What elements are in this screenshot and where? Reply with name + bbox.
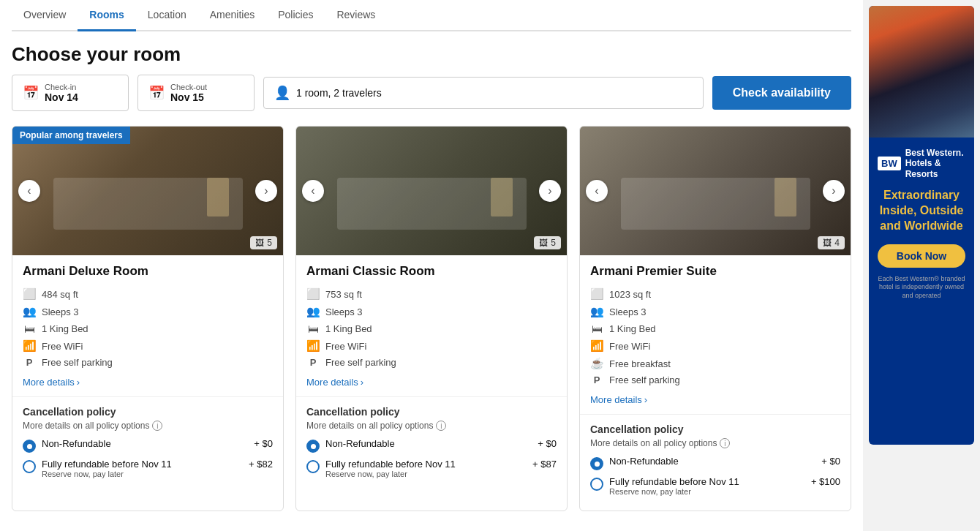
sq-ft-2: ⬜ 753 sq ft: [306, 287, 557, 301]
room-card-suite: ‹ › 🖼 4 Armani Premier Suite ⬜ 1023 sq f…: [579, 126, 851, 511]
ad-box: BW Best Western. Hotels & Resorts Extrao…: [869, 6, 974, 445]
image-prev-button-1[interactable]: ‹: [18, 180, 40, 202]
parking-icon-3: P: [590, 374, 603, 385]
parking-icon-1: P: [23, 357, 36, 368]
radio-nonrefundable-1[interactable]: [23, 440, 36, 453]
policy-option-3-1: Fully refundable before Nov 11 + $100 Re…: [590, 476, 840, 496]
sq-ft-1: ⬜ 484 sq ft: [23, 287, 273, 301]
tab-reviews[interactable]: Reviews: [325, 0, 387, 30]
sleeps-1: 👥 Sleeps 3: [23, 305, 273, 318]
radio-nonrefundable-2[interactable]: [306, 440, 320, 453]
checkin-value: Nov 14: [45, 91, 78, 103]
room-name-1: Armani Deluxe Room: [23, 264, 273, 279]
checkin-field[interactable]: 📅 Check-in Nov 14: [12, 75, 129, 111]
ad-headline: Extraordinary Inside, Outside and Worldw…: [878, 188, 965, 233]
radio-nonrefundable-3[interactable]: [590, 457, 603, 470]
policy-option-2-1: Fully refundable before Nov 11 + $87 Res…: [306, 459, 557, 478]
breakfast-3: ☕ Free breakfast: [590, 357, 840, 370]
ad-disclaimer: Each Best Western® branded hotel is inde…: [878, 275, 965, 301]
cancellation-title-2: Cancellation policy: [306, 406, 557, 418]
cancellation-title-3: Cancellation policy: [590, 423, 840, 435]
chevron-right-icon-1: ›: [77, 377, 80, 388]
radio-refundable-2[interactable]: [306, 460, 320, 473]
checkout-value: Nov 15: [170, 91, 207, 103]
radio-refundable-3[interactable]: [590, 478, 603, 491]
image-prev-button-2[interactable]: ‹: [302, 180, 324, 202]
room-name-3: Armani Premier Suite: [590, 264, 840, 279]
check-availability-button[interactable]: Check availability: [712, 76, 851, 110]
wifi-icon-2: 📶: [306, 339, 320, 353]
image-next-button-1[interactable]: ›: [255, 180, 277, 202]
chevron-right-icon-3: ›: [644, 394, 647, 405]
image-icon-3: 🖼: [823, 238, 832, 248]
image-icon-2: 🖼: [539, 238, 548, 248]
sqft-icon-2: ⬜: [306, 287, 320, 301]
cancellation-info-3: More details on all policy options i: [590, 438, 840, 448]
tab-rooms[interactable]: Rooms: [78, 0, 135, 31]
cancellation-title-1: Cancellation policy: [23, 406, 273, 418]
popular-badge: Popular among travelers: [12, 127, 130, 144]
tab-policies[interactable]: Policies: [266, 0, 325, 30]
ad-logo: BW Best Western. Hotels & Resorts: [878, 148, 965, 179]
sleeps-2: 👥 Sleeps 3: [306, 305, 557, 318]
breakfast-icon-3: ☕: [590, 357, 603, 370]
checkout-label: Check-out: [170, 83, 207, 91]
parking-3: P Free self parking: [590, 374, 840, 385]
image-prev-button-3[interactable]: ‹: [586, 180, 608, 202]
sqft-icon-3: ⬜: [590, 287, 603, 301]
room-card-classic: ‹ › 🖼 5 Armani Classic Room ⬜ 753 sq ft …: [295, 126, 568, 511]
people-icon-1: 👥: [23, 305, 36, 318]
chevron-right-icon-2: ›: [361, 377, 363, 388]
page-title: Choose your room: [12, 31, 851, 75]
bed-icon-3: 🛏: [590, 323, 603, 335]
sq-ft-3: ⬜ 1023 sq ft: [590, 287, 840, 301]
bed-3: 🛏 1 King Bed: [590, 323, 840, 335]
room-image-wrap-3: ‹ › 🖼 4: [580, 127, 851, 255]
image-count-2: 🖼 5: [534, 236, 561, 249]
tab-overview[interactable]: Overview: [12, 0, 78, 30]
sleeps-3: 👥 Sleeps 3: [590, 305, 840, 318]
wifi-icon-3: 📶: [590, 339, 603, 353]
bed-icon-1: 🛏: [23, 323, 36, 335]
more-details-link-3[interactable]: More details ›: [590, 394, 647, 405]
rooms-grid: Popular among travelers ‹ › 🖼 5 Armani D…: [12, 126, 851, 511]
people-icon-2: 👥: [306, 305, 320, 318]
image-next-button-2[interactable]: ›: [539, 180, 561, 202]
room-name-2: Armani Classic Room: [306, 264, 557, 279]
image-icon-1: 🖼: [255, 238, 264, 248]
room-card-deluxe: Popular among travelers ‹ › 🖼 5 Armani D…: [12, 126, 284, 511]
cancellation-info-2: More details on all policy options i: [306, 421, 557, 431]
policy-option-3-0: Non-Refundable + $0: [590, 456, 840, 470]
policy-option-1-1: Fully refundable before Nov 11 + $82 Res…: [23, 459, 273, 478]
info-icon-2: i: [436, 421, 446, 431]
image-count-3: 🖼 4: [818, 236, 845, 249]
ad-book-button[interactable]: Book Now: [878, 244, 965, 268]
calendar-icon-2: 📅: [148, 85, 165, 101]
room-image-wrap-2: ‹ › 🖼 5: [296, 127, 567, 255]
wifi-1: 📶 Free WiFi: [23, 339, 273, 353]
bed-icon-2: 🛏: [306, 323, 320, 335]
ad-logo-name: Best Western. Hotels & Resorts: [905, 148, 965, 179]
travelers-field[interactable]: 👤 1 room, 2 travelers: [263, 77, 704, 109]
room-image-wrap-1: Popular among travelers ‹ › 🖼 5: [12, 127, 283, 255]
policy-option-2-0: Non-Refundable + $0: [306, 438, 557, 453]
tab-amenities[interactable]: Amenities: [198, 0, 266, 30]
cancellation-info-1: More details on all policy options i: [23, 421, 273, 431]
radio-refundable-1[interactable]: [23, 460, 36, 473]
sqft-icon-1: ⬜: [23, 287, 36, 301]
more-details-link-1[interactable]: More details ›: [23, 377, 80, 388]
tab-location[interactable]: Location: [136, 0, 198, 30]
info-icon-3: i: [720, 438, 730, 448]
ad-sidebar: BW Best Western. Hotels & Resorts Extrao…: [863, 0, 980, 531]
checkin-label: Check-in: [45, 83, 78, 91]
parking-icon-2: P: [306, 357, 320, 368]
more-details-link-2[interactable]: More details ›: [306, 377, 363, 388]
availability-bar: 📅 Check-in Nov 14 📅 Check-out Nov 15 👤 1…: [12, 75, 851, 111]
people-icon-3: 👥: [590, 305, 603, 318]
checkout-field[interactable]: 📅 Check-out Nov 15: [137, 75, 255, 111]
image-next-button-3[interactable]: ›: [823, 180, 845, 202]
ad-logo-bw: BW: [878, 157, 901, 170]
travelers-value: 1 room, 2 travelers: [296, 87, 382, 99]
wifi-3: 📶 Free WiFi: [590, 339, 840, 353]
info-icon-1: i: [152, 421, 162, 431]
